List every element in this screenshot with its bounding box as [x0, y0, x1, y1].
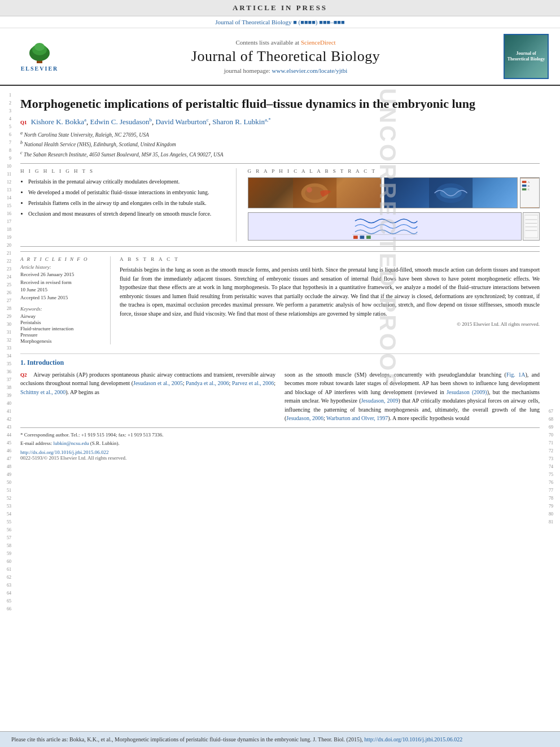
- sciencedirect-link[interactable]: ScienceDirect: [301, 39, 336, 46]
- footer-doi-link[interactable]: http://dx.doi.org/10.1016/j.jtbi.2015.06…: [364, 736, 462, 742]
- keyword-morphogenesis: Morphogenesis: [20, 338, 103, 344]
- journal-title: Journal of Theoretical Biology: [79, 48, 492, 65]
- ga-wave-image: [248, 212, 522, 241]
- ga-small-legend: [523, 212, 540, 241]
- journal-header: ELSEVIER Contents lists available at Sci…: [0, 28, 560, 86]
- author-bokka[interactable]: Kishore K. Bokka: [31, 117, 84, 126]
- svg-point-10: [440, 187, 462, 198]
- ga-image-embryo: [248, 177, 382, 208]
- copyright-line: © 2015 Elsevier Ltd. All rights reserved…: [120, 321, 540, 327]
- ref-warburton-olver[interactable]: Warburton and Olver, 1997: [326, 415, 388, 421]
- intro-right-col: soon as the smooth muscle (SM) develops,…: [285, 370, 540, 423]
- article-title: Morphogenetic implications of peristalti…: [20, 96, 540, 112]
- line-num-1: 1: [1, 91, 11, 99]
- line-numbers-left: 1 2 3 4 5 6 7 8 9 10 11 12 13 14 15 16 1…: [0, 86, 12, 731]
- introduction-section: 1. Introduction Q2 Airway peristalsis (A…: [20, 359, 540, 423]
- jtb-logo-area: Journal of Theoretical Biology: [492, 34, 549, 79]
- highlights-graphical-section: H I G H L I G H T S Peristalsis in the p…: [20, 163, 540, 247]
- intro-left-col: Q2 Airway peristalsis (AP) produces spon…: [20, 370, 275, 423]
- ref-jesudason-2009b[interactable]: Jesudason, 2009: [361, 397, 398, 404]
- introduction-title: 1. Introduction: [20, 359, 540, 367]
- keywords-section: Keywords: Airway Peristalsis Fluid-struc…: [20, 306, 103, 344]
- ga-bottom-row: [248, 211, 540, 242]
- svg-rect-22: [366, 235, 371, 239]
- affil-b: b National Health Service (NHS), Edinbur…: [20, 139, 540, 148]
- sciencedirect-line: Contents lists available at ScienceDirec…: [79, 39, 492, 46]
- svg-rect-16: [522, 189, 527, 191]
- highlights-col: H I G H L I G H T S Peristalsis in the p…: [20, 168, 237, 242]
- author-warburton[interactable]: David Warburton: [156, 117, 207, 126]
- q1-marker: Q1: [20, 120, 27, 125]
- article-info-col: A R T I C L E I N F O Article history: R…: [20, 256, 111, 344]
- footer-citation-bar: Please cite this article as: Bokka, K.K.…: [0, 731, 560, 747]
- jtb-journal-logo: Journal of Theoretical Biology: [504, 34, 549, 79]
- ref-jesudason-2006[interactable]: Jesudason, 2006: [286, 415, 323, 421]
- svg-rect-14: [522, 185, 527, 187]
- journal-title-area: Contents lists available at ScienceDirec…: [79, 39, 492, 74]
- ga-top-row: A B C: [248, 177, 540, 208]
- homepage-url[interactable]: www.elsevier.com/locate/yjtbi: [272, 67, 348, 74]
- keyword-peristalsis: Peristalsis: [20, 320, 103, 325]
- highlight-item-3: Peristalsis flattens cells in the airway…: [28, 199, 229, 207]
- email-note: E-mail address: lubkin@ncsu.edu (S.R. Lu…: [20, 440, 540, 447]
- article-in-press-banner: ARTICLE IN PRESS: [0, 0, 560, 16]
- elsevier-tree-icon: [23, 42, 56, 64]
- history-label: Article history:: [20, 264, 103, 270]
- highlight-item-2: We developed a model of peristaltic flui…: [28, 188, 229, 196]
- doi-link[interactable]: http://dx.doi.org/10.1016/j.jtbi.2015.06…: [20, 449, 109, 455]
- ref-pandya[interactable]: Pandya et al., 2006: [186, 380, 229, 386]
- affiliations: a North Carolina State University, Ralei…: [20, 130, 540, 159]
- ref-parvez[interactable]: Parvez et al., 2006: [232, 380, 274, 386]
- doi-line: http://dx.doi.org/10.1016/j.jtbi.2015.06…: [20, 449, 540, 455]
- affil-a: a North Carolina State University, Ralei…: [20, 130, 540, 139]
- author-lubkin[interactable]: Sharon R. Lubkin: [212, 117, 265, 126]
- keywords-label: Keywords:: [20, 306, 103, 312]
- ref-fig1a[interactable]: Fig. 1A: [506, 372, 525, 378]
- info-abstract-section: A R T I C L E I N F O Article history: R…: [20, 251, 540, 348]
- intro-two-col: Q2 Airway peristalsis (AP) produces spon…: [20, 370, 540, 423]
- ga-image-model: [384, 177, 518, 208]
- ref-schittny[interactable]: Schittny et al., 2000: [20, 389, 65, 395]
- svg-point-7: [307, 187, 312, 193]
- article-info-heading: A R T I C L E I N F O: [20, 256, 103, 262]
- svg-rect-12: [522, 181, 527, 183]
- graphical-abstract-heading: G R A P H I C A L A B S T R A C T: [248, 168, 540, 174]
- section-divider: [20, 353, 540, 354]
- svg-rect-23: [524, 215, 538, 238]
- ref-jesudason-2009a[interactable]: Jesudason (2009): [447, 389, 487, 395]
- issn-line: 0022-5193/© 2015 Elsevier Ltd. All right…: [20, 455, 540, 461]
- graphical-abstract-images: A B C: [248, 177, 540, 242]
- highlights-list: Peristalsis in the prenatal airway criti…: [20, 177, 229, 218]
- svg-rect-20: [353, 235, 358, 239]
- ga-image-legend: A B C: [520, 177, 540, 208]
- abstract-col: A B S T R A C T Peristalsis begins in th…: [120, 256, 540, 344]
- revised-date: 10 June 2015: [20, 286, 103, 294]
- affil-c: c The Saban Research Institute, 4650 Sun…: [20, 150, 540, 159]
- keyword-pressure: Pressure: [20, 332, 103, 338]
- abstract-text: Peristalsis begins in the lung as soon a…: [120, 265, 540, 318]
- journal-reference-line: Journal of Theoretical Biology ■ (■■■■) …: [0, 16, 560, 28]
- elsevier-brand-text: ELSEVIER: [21, 65, 59, 72]
- svg-text:A: A: [528, 181, 530, 184]
- graphical-abstract-col: G R A P H I C A L A B S T R A C T: [246, 168, 540, 242]
- homepage-line: journal homepage: www.elsevier.com/locat…: [79, 67, 492, 74]
- received-date: Received 26 January 2015: [20, 271, 103, 278]
- highlights-heading: H I G H L I G H T S: [20, 168, 229, 174]
- highlight-item-4: Occlusion and most measures of stretch d…: [28, 209, 229, 218]
- email-link[interactable]: lubkin@ncsu.edu: [53, 440, 89, 446]
- svg-rect-21: [360, 235, 364, 239]
- intro-left-text: Q2 Airway peristalsis (AP) produces spon…: [20, 370, 275, 397]
- author-jesudason[interactable]: Edwin C. Jesudason: [90, 117, 150, 126]
- svg-point-3: [34, 43, 45, 51]
- q2-marker: Q2: [20, 372, 27, 378]
- elsevier-logo-area: ELSEVIER: [11, 40, 79, 73]
- keyword-airway: Airway: [20, 313, 103, 319]
- ref-jesudason-2005[interactable]: Jesudason et al., 2005: [133, 380, 183, 386]
- accepted-date: Accepted 15 June 2015: [20, 294, 103, 302]
- article-content: Morphogenetic implications of peristalti…: [12, 86, 548, 731]
- main-content-area: 1 2 3 4 5 6 7 8 9 10 11 12 13 14 15 16 1…: [0, 86, 560, 731]
- received-revised-label: Received in revised form: [20, 279, 103, 286]
- footnotes-section: * Corresponding author. Tel.: +1 919 515…: [20, 427, 540, 461]
- corresponding-note: * Corresponding author. Tel.: +1 919 515…: [20, 431, 540, 439]
- intro-right-text: soon as the smooth muscle (SM) develops,…: [285, 370, 540, 423]
